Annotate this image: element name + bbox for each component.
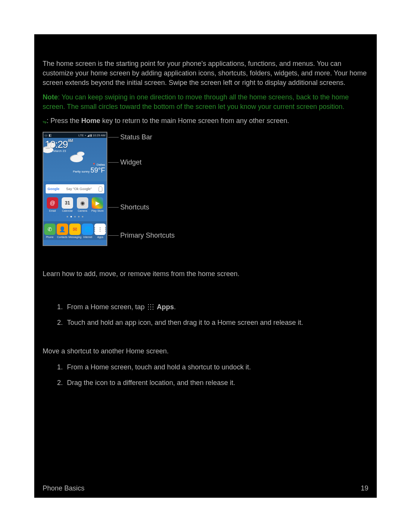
apps-grid-icon: ⋮⋮⋮ (94, 224, 106, 235)
notif-icon: ◧ (49, 134, 52, 137)
app-label: Phone (46, 236, 53, 238)
create-shortcut-steps: From a Home screen, tap Apps. Touch and … (65, 302, 369, 328)
messaging-icon: ✉ (69, 224, 81, 235)
wifi-icon: ⋆ (84, 134, 86, 137)
apps-grid-icon (147, 304, 154, 310)
app-phone: ✆Phone (43, 224, 56, 238)
note-body: : You can keep swiping in one direction … (43, 93, 349, 110)
apps-label: Apps (157, 303, 174, 311)
step-item: Touch and hold an app icon, and then dra… (65, 318, 369, 328)
app-apps: ⋮⋮⋮Apps (94, 224, 107, 238)
page-number: 19 (361, 484, 368, 492)
footer-section: Phone Basics (43, 484, 84, 492)
callout-widget: Widget (108, 158, 142, 166)
app-label: Email (49, 209, 56, 212)
network-label: LTE (78, 134, 84, 137)
step-item: From a Home screen, touch and hold a sho… (65, 362, 369, 372)
intro-paragraph: The home screen is the starting point fo… (43, 59, 369, 88)
h4-move-shortcuts: Move Shortcuts (43, 337, 369, 345)
playstore-icon: ▶ (92, 197, 103, 209)
step-item: Drag the icon to a different location, a… (65, 378, 369, 388)
weather-city: Dallas (97, 163, 105, 166)
phone-mockup: ▭ ◧ LTE ⋆ ◢ ▮ 10:29 AM (43, 132, 107, 246)
page-dot (82, 216, 83, 217)
weather-temp: 59°F (91, 166, 105, 174)
callout-primary-shortcuts: Primary Shortcuts (108, 232, 175, 240)
step-item: From a Home screen, tap Apps. (65, 302, 369, 312)
app-messaging: ✉Messaging (68, 224, 81, 238)
h4-create-shortcuts: Create Shortcuts (43, 287, 369, 295)
app-label: Camera (78, 209, 87, 212)
globe-icon: 🌐 (82, 224, 93, 235)
app-label: Apps (97, 236, 103, 238)
notif-icon: ▭ (45, 134, 48, 137)
page-dot (74, 216, 76, 217)
manual-page: Home Screen The home screen is the start… (34, 34, 377, 498)
callout-label: Widget (120, 158, 142, 166)
tip-text-b: key to return to the main Home screen fr… (100, 117, 289, 125)
email-icon: @ (47, 197, 58, 209)
app-label: Contacts (57, 236, 68, 238)
move-shortcut-steps: From a Home screen, touch and hold a sho… (65, 362, 369, 388)
app-calendar: 31Calendar (61, 197, 74, 212)
tip-text-a: : Press the (46, 117, 81, 125)
app-label: Calendar (62, 209, 73, 212)
figure-home-screen: ▭ ◧ LTE ⋆ ◢ ▮ 10:29 AM (43, 132, 369, 250)
app-label: Messaging (68, 236, 81, 238)
callout-label: Status Bar (120, 133, 152, 141)
widget-weather: 📍 Dallas Partly sunny 59°F (73, 163, 105, 174)
app-playstore: ▶Play Store (91, 197, 104, 212)
camera-icon: ◉ (77, 197, 88, 209)
widget-date: Mon, March 23 (46, 149, 66, 153)
search-hint: Say "Ok Google" (66, 187, 92, 191)
tip-prefix: Tip (43, 121, 46, 123)
mic-icon (99, 186, 102, 192)
h1-home-screen: Home Screen (43, 44, 369, 56)
calendar-icon: 31 (62, 197, 73, 209)
step-text: . (174, 303, 176, 311)
signal-icon: ◢ (87, 134, 89, 137)
battery-icon: ▮ (90, 134, 92, 137)
weather-cond: Partly sunny (73, 170, 90, 173)
h3-customize: Customize the Home Screen (43, 259, 369, 268)
move-subtext: Move a shortcut to another Home screen. (43, 347, 369, 355)
customize-subtext: Learn how to add, move, or remove items … (43, 270, 369, 278)
note-paragraph: Note: You can keep swiping in one direct… (43, 93, 369, 112)
contacts-icon: 👤 (57, 224, 68, 235)
clock-ampm: AM (68, 139, 73, 143)
status-clock: 10:29 AM (92, 134, 105, 137)
page-footer: Phone Basics 19 (43, 484, 368, 492)
callout-label: Shortcuts (120, 203, 149, 211)
google-label: Google (48, 187, 59, 191)
app-camera: ◉Camera (76, 197, 89, 212)
clock-time: 10:29 (45, 139, 68, 150)
tip-home-key: Home (81, 117, 100, 125)
callout-status-bar: Status Bar (108, 133, 152, 141)
google-search-bar: Google Say "Ok Google" (46, 184, 104, 193)
tip-paragraph: Tip: Press the Home key to return to the… (43, 116, 369, 126)
app-label: Internet (83, 236, 92, 238)
widget-clock: 10:29AM (45, 139, 73, 150)
shortcut-row: @Email 31Calendar ◉Camera ▶Play Store (43, 197, 107, 212)
page-dot (67, 216, 68, 217)
phone-icon: ✆ (44, 224, 56, 235)
primary-shortcut-dock: ✆Phone 👤Contacts ✉Messaging 🌐Internet ⋮⋮… (43, 221, 107, 240)
cloud-icon (77, 152, 84, 156)
page-dot-active (70, 216, 72, 217)
widget-weather-clock: 10:29AM Mon, March 23 📍 Dallas Partly su… (43, 138, 107, 181)
page-indicator (43, 216, 107, 217)
step-text: From a Home screen, tap (67, 303, 147, 311)
note-prefix: Note (43, 93, 58, 101)
app-email: @Email (46, 197, 59, 212)
callout-label: Primary Shortcuts (120, 232, 175, 240)
callout-shortcuts: Shortcuts (108, 203, 149, 211)
page-dot (78, 216, 80, 217)
app-contacts: 👤Contacts (56, 224, 68, 238)
app-label: Play Store (91, 209, 104, 212)
phone-status-bar: ▭ ◧ LTE ⋆ ◢ ▮ 10:29 AM (43, 133, 107, 138)
